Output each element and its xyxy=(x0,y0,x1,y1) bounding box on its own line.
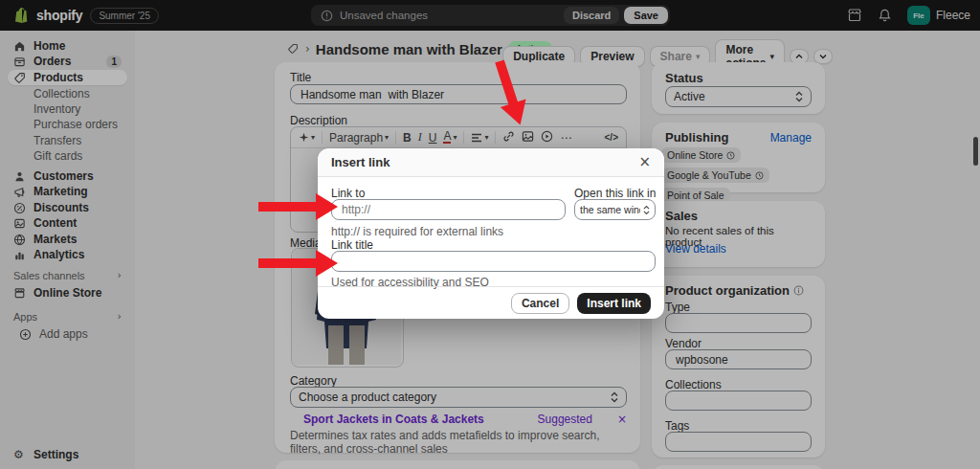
link-to-label: Link to xyxy=(331,187,365,200)
insert-link-modal: Insert link × Link to Open this link in … xyxy=(318,148,664,319)
link-title-label: Link title xyxy=(331,238,373,252)
close-icon[interactable]: × xyxy=(638,155,651,169)
cancel-button[interactable]: Cancel xyxy=(511,293,569,314)
link-title-input[interactable] xyxy=(331,251,656,272)
shopify-admin: shopify Summer '25 Unsaved changes Disca… xyxy=(0,0,980,469)
modal-footer: Cancel Insert link xyxy=(318,286,664,319)
link-to-help-text: http:// is required for external links xyxy=(331,225,503,238)
open-link-in-label: Open this link in xyxy=(574,187,656,200)
modal-header: Insert link × xyxy=(318,148,664,177)
link-to-input[interactable] xyxy=(331,199,566,220)
updown-chevrons-icon xyxy=(643,205,650,215)
modal-title: Insert link xyxy=(331,155,390,169)
open-link-in-select[interactable]: the same window xyxy=(574,199,656,220)
insert-link-submit-button[interactable]: Insert link xyxy=(577,293,651,314)
